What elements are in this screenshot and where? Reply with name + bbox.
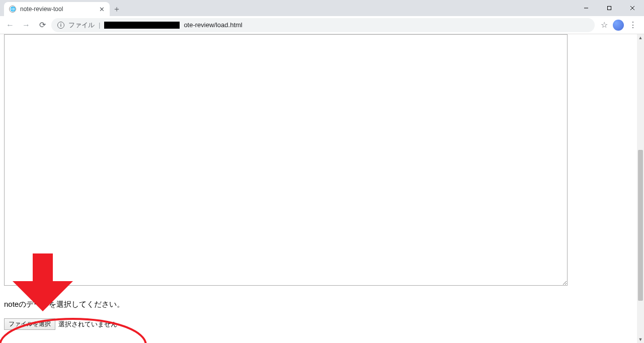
scroll-up-arrow-icon[interactable]: ▲ bbox=[637, 34, 644, 41]
reload-button[interactable]: ⟳ bbox=[35, 18, 49, 32]
tab-title: note-review-tool bbox=[20, 6, 95, 13]
bookmark-star-icon[interactable]: ☆ bbox=[601, 20, 608, 30]
page-viewport: noteのデータを選択してください。 ファイルを選択 選択されていません ▲ ▼ bbox=[0, 34, 644, 343]
browser-toolbar: ← → ⟳ i ファイル | ote-review/load.html ☆ ⋮ bbox=[0, 16, 644, 34]
scroll-down-arrow-icon[interactable]: ▼ bbox=[637, 336, 644, 343]
window-minimize-button[interactable] bbox=[575, 0, 598, 16]
file-select-prompt: noteのデータを選択してください。 bbox=[4, 300, 640, 309]
window-maximize-button[interactable] bbox=[598, 0, 621, 16]
note-data-textarea[interactable] bbox=[4, 34, 568, 286]
profile-avatar[interactable] bbox=[613, 20, 624, 31]
choose-file-button[interactable]: ファイルを選択 bbox=[4, 318, 55, 330]
vertical-scrollbar[interactable]: ▲ ▼ bbox=[637, 34, 644, 343]
url-separator: | bbox=[99, 21, 100, 29]
browser-tab-strip: 🌐 note-review-tool ✕ ＋ bbox=[0, 0, 644, 16]
page-info-icon[interactable]: i bbox=[57, 22, 64, 29]
url-scheme-label: ファイル bbox=[68, 21, 95, 30]
globe-icon: 🌐 bbox=[9, 6, 16, 13]
forward-button[interactable]: → bbox=[19, 18, 33, 32]
file-input-row: ファイルを選択 選択されていません bbox=[4, 318, 640, 330]
svg-rect-1 bbox=[608, 7, 611, 10]
address-bar[interactable]: i ファイル | ote-review/load.html bbox=[51, 18, 595, 32]
window-controls bbox=[575, 0, 644, 16]
chrome-menu-icon[interactable]: ⋮ bbox=[629, 20, 637, 30]
close-tab-icon[interactable]: ✕ bbox=[99, 6, 105, 13]
browser-tab[interactable]: 🌐 note-review-tool ✕ bbox=[4, 2, 110, 16]
back-button[interactable]: ← bbox=[3, 18, 17, 32]
file-selection-status: 選択されていません bbox=[58, 320, 117, 329]
redacted-path bbox=[104, 22, 180, 29]
scrollbar-thumb[interactable] bbox=[638, 150, 643, 301]
url-path-suffix: ote-review/load.html bbox=[184, 21, 242, 29]
window-close-button[interactable] bbox=[621, 0, 644, 16]
new-tab-button[interactable]: ＋ bbox=[110, 2, 124, 16]
